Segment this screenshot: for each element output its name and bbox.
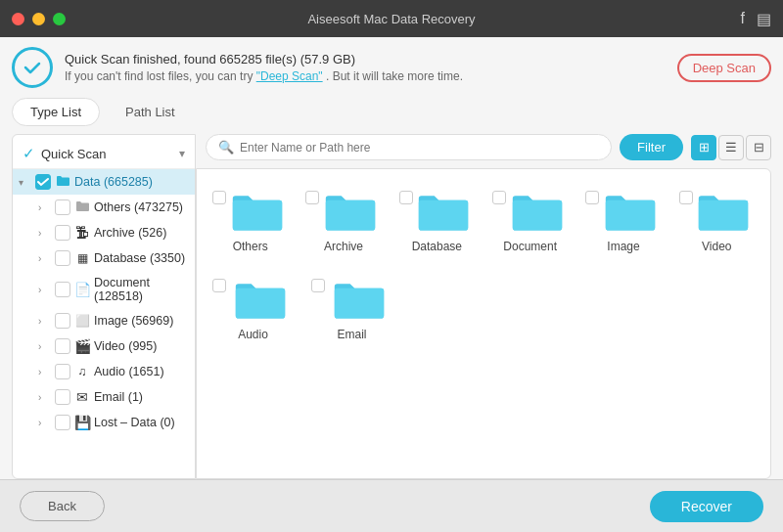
grid-view-button[interactable]: ⊞ xyxy=(691,135,716,160)
data-checkbox[interactable] xyxy=(35,174,51,190)
database-label: Database (3350) xyxy=(94,251,187,265)
file-grid: Others Archive xyxy=(196,168,771,479)
sidebar-item-image[interactable]: › ⬜ Image (56969) xyxy=(13,308,195,333)
file-item-image-top xyxy=(585,189,661,234)
tab-type-list[interactable]: Type List xyxy=(12,98,100,126)
body-split: ✓ Quick Scan ▾ ▾ Data (665285) › xyxy=(12,134,771,479)
database-checkbox[interactable] xyxy=(55,250,70,266)
document-file-checkbox[interactable] xyxy=(492,191,506,204)
file-item-video[interactable]: Video xyxy=(673,179,760,261)
close-button[interactable] xyxy=(12,13,24,25)
sidebar-item-database[interactable]: › ▦ Database (3350) xyxy=(13,245,195,271)
sidebar-item-email[interactable]: › ✉ Email (1) xyxy=(13,384,195,410)
file-item-database-top xyxy=(399,189,475,234)
sidebar: ✓ Quick Scan ▾ ▾ Data (665285) › xyxy=(12,134,196,479)
view-icons: ⊞ ☰ ⊟ xyxy=(691,135,771,160)
image-file-checkbox[interactable] xyxy=(585,191,599,204)
expand-arrow-image-icon: › xyxy=(38,316,52,327)
file-item-others[interactable]: Others xyxy=(207,179,294,261)
facebook-icon[interactable]: f xyxy=(741,10,745,28)
info-text: Quick Scan finished, found 665285 file(s… xyxy=(65,52,677,83)
document-file-label: Document xyxy=(503,240,557,253)
email-file-checkbox[interactable] xyxy=(311,279,325,292)
file-item-archive[interactable]: Archive xyxy=(299,179,387,261)
filter-button[interactable]: Filter xyxy=(620,134,683,160)
audio-icon: ♫ xyxy=(73,365,91,378)
data-label: Data (665285) xyxy=(74,175,187,189)
sidebar-item-audio[interactable]: › ♫ Audio (1651) xyxy=(13,359,195,384)
document-checkbox[interactable] xyxy=(55,282,70,297)
others-file-checkbox[interactable] xyxy=(212,191,226,204)
tabs-row: Type List Path List xyxy=(12,98,771,126)
deep-scan-inline-link[interactable]: "Deep Scan" xyxy=(256,69,323,83)
file-item-document[interactable]: Document xyxy=(486,179,574,261)
database-folder-svg xyxy=(416,189,471,234)
audio-file-checkbox[interactable] xyxy=(212,279,226,292)
quick-scan-row[interactable]: ✓ Quick Scan ▾ xyxy=(13,139,195,169)
others-checkbox[interactable] xyxy=(55,200,70,215)
document-label: Document (128518) xyxy=(94,276,187,303)
image-label: Image (56969) xyxy=(94,314,187,328)
file-item-audio[interactable]: Audio xyxy=(207,267,299,349)
file-item-database[interactable]: Database xyxy=(393,179,481,261)
others-folder-svg xyxy=(230,189,285,234)
file-item-others-top xyxy=(212,189,288,234)
file-item-email-top xyxy=(311,277,392,322)
quick-scan-label: Quick Scan xyxy=(41,147,106,161)
sidebar-item-lost-data[interactable]: › 💾 Lost – Data (0) xyxy=(13,410,195,435)
file-grid-row-1: Others Archive xyxy=(207,179,760,261)
message-icon[interactable]: ▤ xyxy=(757,10,771,28)
search-row: 🔍 Filter ⊞ ☰ ⊟ xyxy=(196,134,771,168)
archive-file-checkbox[interactable] xyxy=(305,191,319,204)
minimize-button[interactable] xyxy=(32,13,45,25)
database-file-label: Database xyxy=(412,240,462,253)
sidebar-item-others[interactable]: › Others (473275) xyxy=(13,195,195,220)
expand-arrow-lost-icon: › xyxy=(38,418,52,428)
maximize-button[interactable] xyxy=(53,13,66,25)
email-label: Email (1) xyxy=(94,390,187,404)
bottom-bar: Back Recover xyxy=(0,479,783,532)
titlebar: Aiseesoft Mac Data Recovery f ▤ xyxy=(0,0,783,37)
file-item-audio-top xyxy=(212,277,294,322)
lost-data-checkbox[interactable] xyxy=(55,415,70,430)
right-panel: 🔍 Filter ⊞ ☰ ⊟ xyxy=(196,134,771,479)
image-checkbox[interactable] xyxy=(55,313,70,329)
expand-arrow-email-icon: › xyxy=(38,392,52,403)
email-checkbox[interactable] xyxy=(55,389,70,405)
recover-button[interactable]: Recover xyxy=(650,491,763,522)
sidebar-item-document[interactable]: › 📄 Document (128518) xyxy=(13,271,195,308)
lost-data-label: Lost – Data (0) xyxy=(94,416,187,429)
columns-view-button[interactable]: ⊟ xyxy=(746,135,771,160)
titlebar-icons: f ▤ xyxy=(741,10,771,28)
image-folder-svg xyxy=(603,189,658,234)
sidebar-item-archive[interactable]: › 🗜 Archive (526) xyxy=(13,220,195,245)
audio-file-label: Audio xyxy=(238,328,268,341)
expand-arrow-archive-icon: › xyxy=(38,228,52,239)
sidebar-item-data[interactable]: ▾ Data (665285) xyxy=(13,169,195,195)
video-file-checkbox[interactable] xyxy=(679,191,693,204)
quick-scan-left: ✓ Quick Scan xyxy=(23,145,106,162)
archive-checkbox[interactable] xyxy=(55,225,70,241)
email-folder-svg xyxy=(332,277,387,322)
archive-icon: 🗜 xyxy=(73,225,91,241)
others-folder-icon xyxy=(73,200,91,215)
database-file-checkbox[interactable] xyxy=(399,191,413,204)
video-checkbox[interactable] xyxy=(55,338,70,354)
back-button[interactable]: Back xyxy=(20,491,105,521)
deep-scan-button[interactable]: Deep Scan xyxy=(677,54,771,82)
archive-folder-svg xyxy=(323,189,378,234)
audio-checkbox[interactable] xyxy=(55,364,70,379)
sidebar-item-video[interactable]: › 🎬 Video (995) xyxy=(13,333,195,359)
file-item-image[interactable]: Image xyxy=(579,179,667,261)
lost-data-icon: 💾 xyxy=(73,415,91,430)
others-label: Others (473275) xyxy=(94,200,187,214)
video-file-label: Video xyxy=(702,240,731,253)
list-view-button[interactable]: ☰ xyxy=(718,135,744,160)
tab-path-list[interactable]: Path List xyxy=(108,99,193,125)
quick-scan-check-icon: ✓ xyxy=(23,145,35,162)
app-title: Aiseesoft Mac Data Recovery xyxy=(307,12,475,26)
document-folder-svg xyxy=(510,189,565,234)
search-input[interactable] xyxy=(240,141,599,155)
file-item-email[interactable]: Email xyxy=(305,267,398,349)
image-file-label: Image xyxy=(607,240,639,253)
